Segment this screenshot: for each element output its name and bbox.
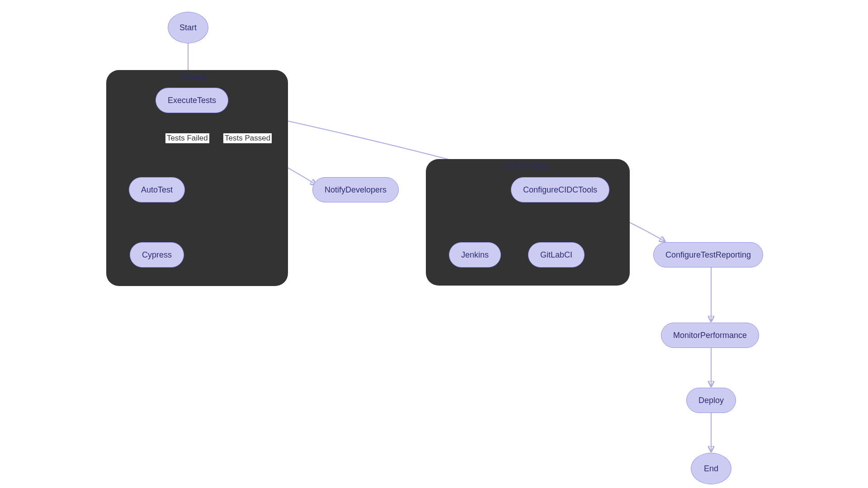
flowchart-canvas: Testing CI/CD Tools Start ExecuteTests A… [0,0,868,488]
node-gitlab-ci[interactable]: GitLabCI [528,242,585,267]
node-configure-cicd-tools[interactable]: ConfigureCIDCTools [511,177,609,202]
node-gitlab-ci-label: GitLabCI [540,250,572,260]
node-auto-test-label: AutoTest [141,185,173,195]
node-notify-developers[interactable]: NotifyDevelopers [312,177,399,202]
node-deploy[interactable]: Deploy [686,388,736,413]
group-testing-label: Testing [180,72,206,82]
node-start[interactable]: Start [168,12,208,43]
node-end[interactable]: End [691,453,731,484]
node-monitor-performance-label: MonitorPerformance [673,331,747,340]
node-cypress-label: Cypress [142,250,172,260]
node-notify-developers-label: NotifyDevelopers [325,185,387,195]
node-configure-test-reporting[interactable]: ConfigureTestReporting [653,242,763,267]
edge-label-tests-passed: Tests Passed [223,133,272,143]
node-start-label: Start [179,23,197,33]
node-execute-tests-label: ExecuteTests [168,96,216,105]
node-monitor-performance[interactable]: MonitorPerformance [661,323,759,348]
node-auto-test[interactable]: AutoTest [129,177,185,202]
node-configure-cicd-tools-label: ConfigureCIDCTools [523,185,597,195]
edge-label-tests-failed: Tests Failed [165,133,209,143]
node-execute-tests[interactable]: ExecuteTests [156,88,228,113]
group-cicd-label: CI/CD Tools [504,161,547,171]
node-deploy-label: Deploy [698,396,724,405]
node-jenkins-label: Jenkins [461,250,489,260]
node-end-label: End [704,464,718,474]
node-configure-test-reporting-label: ConfigureTestReporting [665,250,751,260]
node-jenkins[interactable]: Jenkins [449,242,501,267]
node-cypress[interactable]: Cypress [130,242,184,267]
